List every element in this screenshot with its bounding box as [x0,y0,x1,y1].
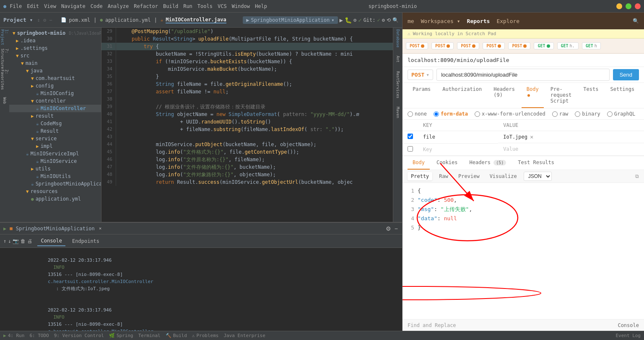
vcs-status[interactable]: 9: Version Control [54,333,104,338]
postman-menu-reports[interactable]: Reports [467,18,490,24]
tree-controller-folder[interactable]: ▼ controller [9,97,101,105]
prerequest-tab[interactable]: Pre-request Script [545,83,577,108]
tree-codemsg[interactable]: ☕ CodeMsg [9,120,101,127]
git-history[interactable]: ⟲ [387,17,391,23]
run-tab-close[interactable]: × [99,226,102,231]
pretty-tab[interactable]: Pretty [408,172,432,180]
row1-checkbox[interactable] [408,134,413,139]
tree-java[interactable]: ▼ java [9,67,101,75]
tree-root[interactable]: ▼ springboot-minio D:\Java\IdeaProje... [9,29,101,37]
controller-tab[interactable]: MinIOController.java [166,17,226,23]
tree-main[interactable]: ▼ main [9,59,101,67]
menu-help[interactable]: Help [255,3,267,9]
app-selector[interactable]: ▶ SpringbootMinioApplication ▾ [243,16,338,24]
hist-req-2[interactable]: POST [431,42,454,49]
clear-icon[interactable]: 🗑 [21,238,26,244]
tree-springbootapp[interactable]: ☕ SpringbootMinioApplication [9,180,101,188]
restservices-tab[interactable]: RestServices [396,71,400,98]
menu-file[interactable]: File [10,3,22,9]
yml-tab[interactable]: application.yml [105,17,151,23]
bookmarks-icon[interactable]: 2: Favorites [0,71,9,88]
endpoints-tab[interactable]: Endpoints [69,237,103,246]
event-log-status[interactable]: Event Log [615,333,641,338]
stop-button[interactable]: ■ [10,226,13,231]
postman-menu-home[interactable]: me [408,18,414,24]
tree-appyml[interactable]: ● application.yml [9,195,101,203]
git-icon[interactable]: Git: [364,17,376,23]
console-output[interactable]: 2022-02-12 20:33:17.946 INFO 13516 --- [… [0,248,402,331]
option-formdata[interactable]: form-data [434,111,468,117]
web-icon[interactable]: Web [0,92,9,109]
option-raw[interactable]: raw [552,111,569,117]
debug-button[interactable]: 🐛 [345,17,352,23]
menu-code[interactable]: Code [91,3,103,9]
option-none[interactable]: none [408,111,427,117]
spring-status[interactable]: 🌿 Spring [109,333,133,338]
menu-window[interactable]: Window [232,3,250,9]
option-graphql[interactable]: GraphQL [607,111,636,117]
todo-status[interactable]: 6: TODO [29,333,49,338]
cookies-tab[interactable]: Cookies [431,156,463,170]
search-everywhere[interactable]: 🔍 [392,17,399,23]
menu-view[interactable]: View [44,3,56,9]
option-binary[interactable]: binary [575,111,600,117]
tree-config-folder[interactable]: ▶ config [9,82,101,90]
menu-navigate[interactable]: Navigate [61,3,86,9]
row1-remove-btn[interactable]: × [530,134,533,140]
git-settings[interactable]: ⚙ [382,17,385,23]
method-selector[interactable]: POST ▾ [408,70,433,80]
tree-package[interactable]: ▼ com.heartsuit [9,75,101,82]
code-editor[interactable]: 29 @PostMapping("/uploadFile") 30 public… [101,28,393,222]
postman-menu-explore[interactable]: Explore [496,18,519,24]
body-response-tab[interactable]: Body [408,156,430,170]
ant-tab[interactable]: Ant [396,56,400,62]
menu-build[interactable]: Build [163,3,178,9]
params-tab[interactable]: Params [408,83,436,108]
java-enterprise-status[interactable]: Java Enterprise [223,333,265,338]
format-selector[interactable]: JSON XML HTML Text [524,172,552,181]
url-input[interactable] [436,69,609,81]
pom-tab[interactable]: pom.xml [69,17,91,23]
console-tab[interactable]: Console [37,236,65,246]
send-button[interactable]: Send [613,69,639,80]
more-run-options[interactable]: ⚙ [353,17,356,23]
maven-tab[interactable]: Maven [396,107,400,118]
copy-response-btn[interactable]: ⧉ [635,173,639,179]
hist-req-4[interactable]: POST [483,42,505,49]
raw-tab[interactable]: Raw [436,172,452,180]
hist-req-6[interactable]: GET [534,42,553,49]
hist-req-3[interactable]: POST [457,42,479,49]
authorization-tab[interactable]: Authorization [437,83,487,108]
project-icon[interactable]: 1: Project [0,29,9,46]
test-results-tab[interactable]: Test Results [513,156,559,170]
build-status[interactable]: 🔨 Build [166,333,187,338]
settings-tab[interactable]: Settings [605,83,639,108]
tests-tab[interactable]: Tests [578,83,603,108]
preview-tab[interactable]: Preview [455,172,483,180]
hist-req-5[interactable]: POST [508,42,530,49]
minimize-button[interactable] [616,3,622,9]
terminal-status[interactable]: Terminal [138,333,161,338]
settings-btn[interactable]: ⚙ [385,224,392,233]
menu-refactor[interactable]: Refactor [134,3,158,9]
scroll-down-icon[interactable]: ↓ [8,238,11,244]
tree-minioservice[interactable]: ☕ MinIOService [9,157,101,165]
menu-tools[interactable]: Tools [197,3,213,9]
menu-vcs[interactable]: VCS [218,3,227,9]
problems-status[interactable]: ⚠ Problems [192,333,219,338]
structure-icon[interactable]: 7: Structure [0,50,9,67]
close-button[interactable] [635,3,641,9]
visualize-tab[interactable]: Visualize [486,172,520,180]
menu-edit[interactable]: Edit [27,3,39,9]
menu-analyze[interactable]: Analyze [108,3,129,9]
headers-tab[interactable]: Headers (9) [488,83,520,108]
tree-result[interactable]: ☕ Result [9,127,101,135]
option-urlencoded[interactable]: x-www-form-urlencoded [475,111,545,117]
tree-minioserviceimpl[interactable]: ☕ MinIOServiceImpl [9,150,101,157]
scroll-up-icon[interactable]: ↑ [3,238,6,244]
postman-search-icon[interactable]: 🔍 [633,18,639,24]
menu-run[interactable]: Run [183,3,192,9]
minimize-panel-btn[interactable]: − [394,224,399,233]
tree-utils-folder[interactable]: ▶ utils [9,165,101,173]
hist-req-8[interactable]: GET h [582,42,601,49]
